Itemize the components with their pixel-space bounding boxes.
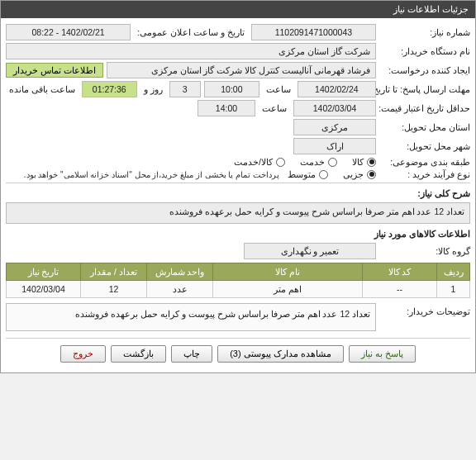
category-radio-group: کالا خدمت کالا/خدمت	[234, 157, 376, 167]
need-number-value: 1102091471000043	[251, 24, 376, 40]
radio-checked-icon	[367, 170, 376, 179]
contact-info-button[interactable]: اطلاعات تماس خریدار	[6, 63, 103, 78]
print-button[interactable]: چاپ	[171, 345, 212, 363]
attachments-button[interactable]: مشاهده مدارک پیوستی (3)	[217, 345, 344, 363]
category-both-label: کالا/خدمت	[234, 157, 273, 167]
th-code: کد کالا	[363, 263, 437, 281]
remain-label: ساعت باقی مانده	[6, 84, 79, 94]
divider	[6, 183, 470, 183]
window-title: جزئیات اطلاعات نیاز	[393, 4, 469, 14]
buyer-notes-label: توضیحات خریدار:	[379, 303, 470, 316]
requester-label: ایجاد کننده درخواست:	[379, 65, 470, 75]
exit-button[interactable]: خروج	[60, 345, 106, 363]
category-goods-label: کالا	[352, 157, 364, 167]
radio-icon	[328, 158, 337, 167]
purchase-type-medium[interactable]: متوسط	[288, 169, 328, 179]
form-content: شماره نیاز: 1102091471000043 تاریخ و ساع…	[1, 18, 475, 372]
time-left: 01:27:36	[82, 81, 137, 97]
footer-buttons: پاسخ به نیاز مشاهده مدارک پیوستی (3) چاپ…	[6, 338, 470, 369]
dialog-window: جزئیات اطلاعات نیاز شماره نیاز: 11020914…	[0, 0, 476, 373]
radio-icon	[319, 170, 328, 179]
td-code: --	[363, 281, 437, 298]
th-qty: تعداد / مقدار	[81, 263, 147, 281]
purchase-type-label: نوع فرآیند خرید :	[379, 169, 470, 179]
purchase-type-note: پرداخت تمام یا بخشی از مبلغ خرید،از محل …	[24, 170, 284, 179]
need-number-label: شماره نیاز:	[379, 27, 470, 37]
province-value: مرکزی	[293, 119, 376, 135]
pt-medium-label: متوسط	[288, 169, 316, 179]
table-header-row: ردیف کد کالا نام کالا واحد شمارش تعداد /…	[7, 263, 470, 281]
td-row: 1	[437, 281, 470, 298]
goods-group-label: گروه کالا:	[379, 246, 470, 256]
pt-partial-label: جزیی	[343, 169, 364, 179]
th-date: تاریخ نیاز	[7, 263, 81, 281]
table-row[interactable]: 1 -- اهم متر عدد 12 1402/03/04	[7, 281, 470, 298]
province-label: استان محل تحویل:	[379, 122, 470, 132]
category-both[interactable]: کالا/خدمت	[234, 157, 285, 167]
radio-checked-icon	[367, 158, 376, 167]
radio-icon	[276, 158, 285, 167]
back-button[interactable]: بازگشت	[111, 345, 166, 363]
respond-button[interactable]: پاسخ به نیاز	[349, 345, 416, 363]
time-label-2: ساعت	[259, 103, 290, 113]
summary-label: شرح کلی نیاز:	[6, 188, 470, 199]
validity-label: حداقل تاریخ اعتبار قیمت: تا تاریخ:	[379, 103, 470, 113]
items-section-title: اطلاعات کالاهای مورد نیاز	[6, 229, 470, 239]
validity-time: 14:00	[198, 100, 255, 116]
td-name: اهم متر	[213, 281, 363, 298]
purchase-type-partial[interactable]: جزیی	[343, 169, 376, 179]
td-date: 1402/03/04	[7, 281, 81, 298]
days-left: 3	[169, 81, 201, 97]
th-unit: واحد شمارش	[147, 263, 213, 281]
category-goods[interactable]: کالا	[352, 157, 376, 167]
td-unit: عدد	[147, 281, 213, 298]
buyer-org-label: نام دستگاه خریدار:	[379, 46, 470, 56]
td-qty: 12	[81, 281, 147, 298]
city-value: اراک	[293, 138, 376, 154]
th-name: نام کالا	[213, 263, 363, 281]
purchase-type-radio-group: جزیی متوسط	[288, 169, 376, 179]
th-row: ردیف	[437, 263, 470, 281]
city-label: شهر محل تحویل:	[379, 141, 470, 151]
buyer-notes-box: تعداد 12 عدد اهم متر صرفا براساس شرح پیو…	[6, 303, 376, 331]
deadline-date: 1402/02/24	[298, 81, 376, 97]
buyer-org-value: شرکت گاز استان مرکزی	[6, 43, 376, 59]
requester-value: فرشاد قهرمانی آنالیست کنترل کالا شرکت گا…	[107, 62, 376, 78]
deadline-label: مهلت ارسال پاسخ: تا تاریخ:	[379, 84, 470, 94]
items-table: ردیف کد کالا نام کالا واحد شمارش تعداد /…	[6, 263, 470, 298]
deadline-time: 10:00	[204, 81, 259, 97]
validity-date: 1402/03/04	[293, 100, 376, 116]
announce-value: 1402/02/21 - 08:22	[6, 24, 131, 40]
time-label-1: ساعت	[263, 84, 294, 94]
day-label: روز و	[140, 84, 166, 94]
summary-box: تعداد 12 عدد اهم متر صرفا براساس شرح پیو…	[6, 202, 470, 224]
category-service-label: خدمت	[300, 157, 325, 167]
announce-label: تاریخ و ساعت اعلان عمومی:	[134, 27, 248, 37]
window-titlebar: جزئیات اطلاعات نیاز	[1, 1, 475, 18]
category-service[interactable]: خدمت	[300, 157, 337, 167]
category-label: طبقه بندی موضوعی:	[379, 157, 470, 167]
goods-group-value: تعمیر و نگهداری	[244, 243, 376, 259]
